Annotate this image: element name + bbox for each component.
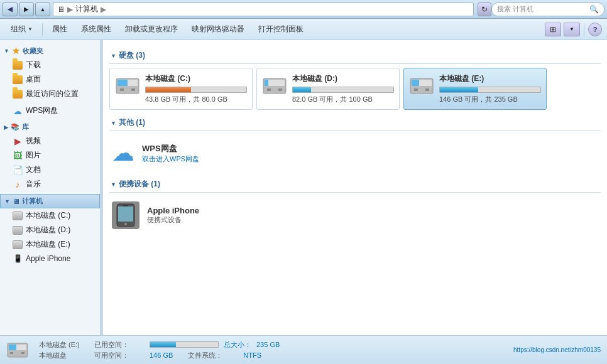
hard-disks-header[interactable]: ▼ 硬盘 (3) bbox=[109, 48, 601, 64]
sidebar-favorites-header[interactable]: ▼ ★ 收藏夹 bbox=[0, 44, 100, 58]
search-placeholder: 搜索 计算机 bbox=[497, 4, 533, 14]
drive-e-size: 146 GB 可用，共 235 GB bbox=[439, 95, 541, 104]
sidebar-library-section: ▶ 📚 库 ▶ 视频 🖼 图片 📄 文档 ♪ 音乐 bbox=[0, 120, 100, 191]
drive-e-free: 146 GB 可用 bbox=[439, 95, 478, 103]
statusbar-right: https://blog.csdn.net/zhm00135 bbox=[513, 346, 601, 353]
sidebar-item-doc[interactable]: 📄 文档 bbox=[0, 163, 100, 177]
sidebar-item-iphone[interactable]: 📱 Apple iPhone bbox=[0, 252, 100, 265]
wps-info: WPS网盘 双击进入WPS网盘 bbox=[142, 143, 199, 164]
sidebar-item-wps[interactable]: ☁ WPS网盘 bbox=[0, 104, 100, 118]
sidebar: ▼ ★ 收藏夹 下载 桌面 最近访问的位置 bbox=[0, 40, 101, 335]
uninstall-button[interactable]: 卸载或更改程序 bbox=[119, 21, 183, 38]
sidebar-wps-section: ☁ WPS网盘 bbox=[0, 104, 100, 118]
sidebar-item-video[interactable]: ▶ 视频 bbox=[0, 134, 100, 148]
portable-header[interactable]: ▼ 便携设备 (1) bbox=[109, 176, 601, 193]
up-button[interactable]: ▲ bbox=[35, 3, 50, 16]
desktop-folder-icon bbox=[13, 75, 23, 85]
statusbar-total-value: 235 GB bbox=[256, 341, 280, 348]
iphone-label: Apple iPhone bbox=[26, 254, 70, 263]
favorites-label: 收藏夹 bbox=[23, 46, 43, 56]
sidebar-item-recent[interactable]: 最近访问的位置 bbox=[0, 87, 100, 101]
control-panel-button[interactable]: 打开控制面板 bbox=[253, 21, 309, 38]
forward-button[interactable]: ▶ bbox=[19, 3, 34, 16]
drive-e-tile-icon bbox=[409, 73, 434, 99]
library-arrow: ▶ bbox=[4, 124, 8, 131]
drive-d-bar bbox=[293, 87, 311, 92]
sidebar-item-drive-c[interactable]: 本地磁盘 (C:) bbox=[0, 208, 100, 223]
svg-point-17 bbox=[124, 223, 127, 225]
refresh-button[interactable]: ↻ bbox=[478, 3, 491, 16]
drive-d-tile[interactable]: 本地磁盘 (D:) 82.0 GB 可用，共 100 GB bbox=[256, 68, 400, 110]
svg-rect-13 bbox=[414, 88, 418, 91]
drive-d-total: 共 100 GB bbox=[340, 95, 372, 103]
sidebar-item-downloads[interactable]: 下载 bbox=[0, 58, 100, 72]
wps-label: WPS网盘 bbox=[26, 105, 58, 116]
drive-c-tile-icon bbox=[115, 73, 140, 99]
properties-label: 属性 bbox=[52, 24, 67, 35]
sidebar-item-drive-e[interactable]: 本地磁盘 (E:) bbox=[0, 237, 100, 252]
other-label: 其他 (1) bbox=[119, 117, 145, 128]
address-bar[interactable]: 🖥 ▶ 计算机 ▶ bbox=[53, 3, 474, 16]
video-icon: ▶ bbox=[13, 136, 23, 146]
drive-e-tile[interactable]: 本地磁盘 (E:) 146 GB 可用，共 235 GB bbox=[403, 68, 547, 110]
wps-name: WPS网盘 bbox=[142, 143, 199, 154]
uninstall-label: 卸载或更改程序 bbox=[125, 24, 178, 35]
titlebar: ◀ ▶ ▲ 🖥 ▶ 计算机 ▶ ↻ 搜索 计算机 🔍 bbox=[0, 0, 607, 19]
sidebar-item-music[interactable]: ♪ 音乐 bbox=[0, 177, 100, 191]
path-sep2: ▶ bbox=[101, 5, 106, 14]
drive-c-bar bbox=[146, 87, 191, 92]
iphone-item[interactable]: Apple iPhone 便携式设备 bbox=[109, 196, 601, 234]
svg-rect-22 bbox=[10, 352, 13, 354]
search-bar[interactable]: 搜索 计算机 🔍 bbox=[491, 3, 604, 16]
downloads-folder-icon bbox=[13, 60, 23, 70]
drive-c-free: 43.8 GB 可用 bbox=[145, 95, 186, 103]
back-button[interactable]: ◀ bbox=[3, 3, 18, 16]
music-label: 音乐 bbox=[26, 179, 41, 190]
statusbar-free-label: 可用空间： bbox=[94, 351, 145, 360]
iphone-icon: 📱 bbox=[13, 254, 23, 264]
control-panel-label: 打开控制面板 bbox=[258, 24, 304, 35]
statusbar-total-label: 总大小： bbox=[224, 340, 251, 350]
drive-e-bar bbox=[440, 87, 478, 92]
hard-disks-label: 硬盘 (3) bbox=[119, 50, 145, 61]
statusbar: 本地磁盘 (E:) 已用空间： 总大小： 235 GB 本地磁盘 可用空间： 1… bbox=[0, 335, 607, 364]
statusbar-row-1: 本地磁盘 (E:) 已用空间： 总大小： 235 GB bbox=[39, 340, 280, 350]
sidebar-item-photo[interactable]: 🖼 图片 bbox=[0, 148, 100, 163]
help-button[interactable]: ? bbox=[588, 23, 602, 36]
favorites-star-icon: ★ bbox=[12, 46, 20, 56]
toolbar: 组织 ▼ 属性 系统属性 卸载或更改程序 映射网络驱动器 打开控制面板 ⊞ ▼ … bbox=[0, 19, 607, 40]
computer-main-icon: 🖥 bbox=[13, 198, 19, 205]
view-button-2[interactable]: ▼ bbox=[564, 23, 580, 36]
drive-c-label: 本地磁盘 (C:) bbox=[26, 210, 70, 221]
drive-c-tile[interactable]: 本地磁盘 (C:) 43.8 GB 可用，共 80.0 GB bbox=[109, 68, 253, 110]
wps-cloud-tile-icon: ☁ bbox=[112, 140, 134, 166]
other-header[interactable]: ▼ 其他 (1) bbox=[109, 115, 601, 131]
organize-button[interactable]: 组织 ▼ bbox=[5, 21, 38, 38]
recent-label: 最近访问的位置 bbox=[26, 88, 79, 99]
drive-c-info: 本地磁盘 (C:) 43.8 GB 可用，共 80.0 GB bbox=[145, 73, 247, 104]
system-properties-button[interactable]: 系统属性 bbox=[75, 21, 117, 38]
view-button-1[interactable]: ⊞ bbox=[545, 23, 561, 36]
portable-arrow: ▼ bbox=[111, 181, 116, 188]
svg-rect-7 bbox=[265, 80, 268, 86]
hard-disks-arrow: ▼ bbox=[111, 53, 116, 59]
iphone-desc: 便携式设备 bbox=[147, 215, 199, 225]
properties-button[interactable]: 属性 bbox=[46, 21, 73, 38]
recent-folder-icon bbox=[13, 89, 23, 99]
downloads-label: 下载 bbox=[26, 60, 41, 70]
drive-d-label: 本地磁盘 (D:) bbox=[26, 225, 70, 235]
other-arrow: ▼ bbox=[111, 120, 116, 126]
sidebar-item-drive-d[interactable]: 本地磁盘 (D:) bbox=[0, 223, 100, 237]
wps-item[interactable]: ☁ WPS网盘 双击进入WPS网盘 bbox=[109, 135, 601, 171]
nav-buttons: ◀ ▶ ▲ bbox=[3, 3, 50, 16]
sidebar-library-header[interactable]: ▶ 📚 库 bbox=[0, 120, 100, 134]
address-text: 计算机 bbox=[75, 4, 98, 14]
sidebar-computer-header[interactable]: ▼ 🖥 计算机 bbox=[0, 194, 100, 208]
organize-label: 组织 bbox=[11, 24, 26, 35]
map-drive-button[interactable]: 映射网络驱动器 bbox=[186, 21, 250, 38]
sidebar-item-desktop[interactable]: 桌面 bbox=[0, 72, 100, 87]
map-drive-label: 映射网络驱动器 bbox=[192, 24, 244, 35]
drive-e-icon bbox=[13, 240, 23, 250]
portable-label: 便携设备 (1) bbox=[119, 179, 160, 190]
drives-grid: 本地磁盘 (C:) 43.8 GB 可用，共 80.0 GB bbox=[109, 68, 601, 110]
